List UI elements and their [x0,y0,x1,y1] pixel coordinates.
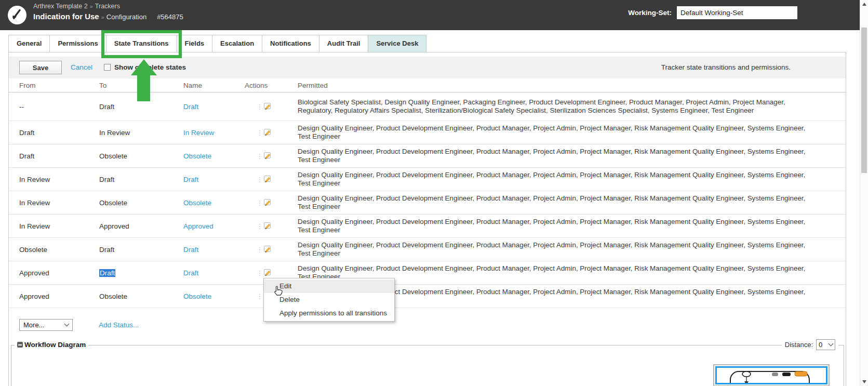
permitted-roles: Design Quality Engineer, Product Develop… [298,148,807,164]
more-dropdown-value: More... [23,321,44,329]
to-cell: Draft [99,103,183,111]
transition-name-link[interactable]: Obsolete [183,292,211,300]
row-context-menu: Edit Delete Apply permissions to all tra… [263,278,395,322]
transition-name-link[interactable]: Draft [183,269,198,277]
minimap-selection-frame [715,366,827,384]
transition-name-link[interactable]: In Review [183,129,214,137]
from-cell: Draft [9,129,99,137]
table-row: Draft In Review In Review ⋮ Design Quali… [9,121,846,144]
add-status-link[interactable]: Add Status... [99,321,139,329]
show-obsolete-checkbox[interactable] [104,64,111,71]
save-button[interactable]: Save [19,61,62,74]
to-cell: In Review [99,129,183,137]
row-menu-icon[interactable]: ⋮ [256,222,263,230]
permitted-roles: Biological Safety Specialist, Design Qua… [298,98,820,115]
selection-highlight: Draft [99,269,115,277]
breadcrumb: Arthrex Template 2»Trackers Indication f… [33,3,183,21]
breadcrumb-separator-icon: » [88,3,95,9]
permitted-roles: Design Quality Engineer, Product Develop… [298,218,807,234]
tab-permissions[interactable]: Permissions [49,35,106,52]
transition-name-link[interactable]: Draft [183,103,198,111]
row-menu-icon[interactable]: ⋮ [256,176,263,183]
working-set: Working-Set: [628,6,797,19]
vertical-scrollbar[interactable] [860,0,868,386]
from-cell: In Review [9,222,99,230]
from-cell: In Review [9,199,99,207]
from-cell: Approved [9,269,99,277]
from-cell: -- [9,103,99,111]
more-dropdown[interactable]: More... [19,319,73,331]
table-row: -- Draft Draft ⋮ Biological Safety Speci… [9,92,846,121]
collapse-minus-icon[interactable] [17,342,23,348]
distance-label: Distance: [785,341,813,349]
workflow-diagram-thumbnail [717,368,827,384]
table-row: Obsolete Draft Draft ⋮ Design Quality En… [9,238,846,261]
context-menu-apply-permissions[interactable]: Apply permissions to all transitions [264,307,394,320]
breadcrumb-project[interactable]: Arthrex Template 2 [33,3,88,10]
table-row: Approved Obsolete Obsolete ⋮ Design Qual… [9,285,846,308]
edit-pencil-icon[interactable] [263,198,273,208]
table-row: In Review Approved Approved ⋮ Design Qua… [9,215,846,238]
page-subtitle: Configuration [106,13,146,21]
edit-pencil-icon[interactable] [263,268,273,278]
table-row: In Review Obsolete Obsolete ⋮ Design Qua… [9,191,846,215]
row-menu-icon[interactable]: ⋮ [256,292,263,300]
column-header-name: Name [183,82,245,89]
row-menu-icon[interactable]: ⋮ [256,269,263,277]
permitted-roles: Design Quality Engineer, Product Develop… [298,241,807,258]
chevron-down-icon [64,321,70,326]
tracker-icon [7,5,27,25]
edit-pencil-icon[interactable] [263,102,273,112]
table-row: Draft Obsolete Obsolete ⋮ Design Quality… [9,144,846,168]
distance-dropdown[interactable]: 0 [816,339,835,350]
tab-general[interactable]: General [8,35,50,52]
item-id: #564875 [157,13,183,21]
permitted-roles: Design Quality Engineer, Product Develop… [298,194,807,211]
cancel-link[interactable]: Cancel [71,63,92,71]
edit-pencil-icon[interactable] [263,175,273,184]
workflow-overview-minimap[interactable] [713,364,830,386]
tab-escalation[interactable]: Escalation [212,35,262,52]
table-footer: More... Add Status... [9,318,139,331]
to-cell: Approved [99,222,183,230]
transitions-table: -- Draft Draft ⋮ Biological Safety Speci… [9,92,846,308]
edit-pencil-icon[interactable] [263,221,273,231]
to-cell: Obsolete [99,292,183,300]
transition-name-link[interactable]: Obsolete [183,152,211,160]
row-menu-icon[interactable]: ⋮ [256,246,263,254]
tab-notifications[interactable]: Notifications [262,35,319,52]
table-header: From To Name Actions Permitted [9,78,846,92]
edit-pencil-icon[interactable] [263,128,273,138]
row-menu-icon[interactable]: ⋮ [256,199,263,207]
row-menu-icon[interactable]: ⋮ [256,152,263,160]
to-cell: Draft [99,246,183,254]
transition-name-link[interactable]: Draft [183,176,198,183]
transition-name-link[interactable]: Obsolete [183,199,211,207]
tab-service-desk[interactable]: Service Desk [368,35,426,52]
scroll-up-icon[interactable] [862,3,866,6]
from-cell: Obsolete [9,246,99,254]
scrollbar-thumb[interactable] [861,28,867,173]
table-row: In Review Draft Draft ⋮ Design Quality E… [9,168,846,191]
row-menu-icon[interactable]: ⋮ [256,129,263,137]
cursor-pointer-hand-icon [273,285,284,298]
to-cell: Obsolete [99,152,183,160]
working-set-label: Working-Set: [628,9,672,17]
distance-control: Distance: 0 [782,339,838,350]
edit-pencil-icon[interactable] [263,245,273,255]
scroll-down-icon[interactable] [862,380,866,383]
workflow-diagram-title: Workflow Diagram [24,341,86,349]
breadcrumb-trackers[interactable]: Trackers [95,3,120,10]
transition-name-link[interactable]: Draft [183,246,198,254]
row-menu-icon[interactable]: ⋮ [256,103,263,111]
from-cell: Approved [9,292,99,300]
to-cell: Obsolete [99,199,183,207]
working-set-input[interactable] [677,6,797,19]
transition-name-link[interactable]: Approved [183,222,213,230]
permitted-roles: Design Quality Engineer, Product Develop… [298,124,807,141]
top-header: Arthrex Template 2»Trackers Indication f… [0,0,860,30]
edit-pencil-icon[interactable] [263,151,273,161]
column-header-from: From [9,82,99,89]
chevron-down-icon [829,341,834,347]
tab-audit-trail[interactable]: Audit Trail [319,35,369,52]
